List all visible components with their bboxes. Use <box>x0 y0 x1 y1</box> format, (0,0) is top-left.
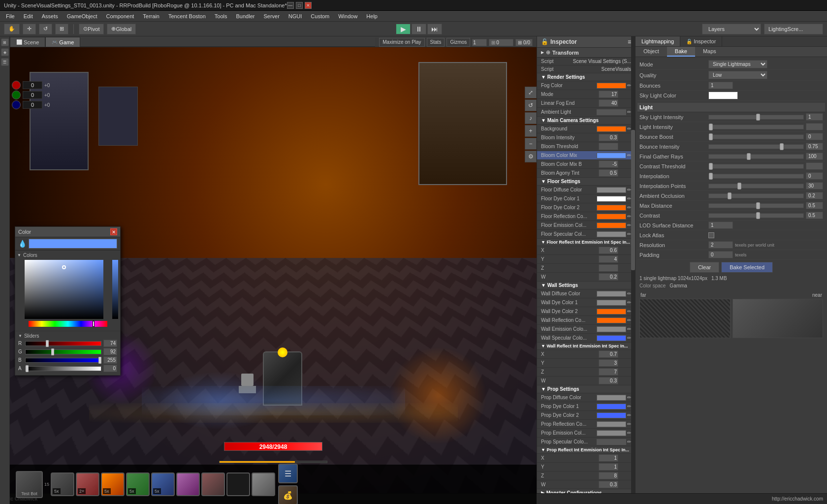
floor-reflection-swatch[interactable] <box>597 214 626 220</box>
wall-settings-header[interactable]: ▼ Wall Settings <box>537 282 635 289</box>
bounce-intensity-slider[interactable] <box>708 144 804 149</box>
res-input[interactable] <box>496 40 511 45</box>
inspector-tab-rp[interactable]: 🔓 Inspector <box>680 36 722 46</box>
cp-r-slider[interactable] <box>25 341 101 346</box>
global-button[interactable]: ⊕ Global <box>107 24 136 34</box>
bloom-color-mix-b-input[interactable] <box>599 160 618 168</box>
skill-portrait[interactable]: Test Bot <box>16 471 43 498</box>
scene-tab[interactable]: ⬜ Scene <box>10 37 45 47</box>
lightmapping-tab[interactable]: Lightmapping <box>636 36 680 46</box>
bounce-intensity-input[interactable] <box>806 143 823 150</box>
skill-5[interactable]: 5x <box>151 472 175 496</box>
cp-g-slider[interactable] <box>25 349 101 354</box>
floor-specular-swatch[interactable] <box>597 231 626 237</box>
bake-selected-button[interactable]: Bake Selected <box>721 262 773 273</box>
skill-7[interactable] <box>201 472 225 496</box>
prop-emission-swatch[interactable] <box>597 430 626 436</box>
prop-ry-input[interactable] <box>599 463 618 471</box>
quality-dropdown[interactable]: Low <box>708 71 767 79</box>
floor-dye1-swatch[interactable] <box>597 196 626 202</box>
sky-light-intensity-slider[interactable] <box>708 115 804 120</box>
linear-fog-end-input[interactable] <box>599 99 618 107</box>
mp-value[interactable] <box>23 91 42 99</box>
contrast-input[interactable] <box>806 212 823 219</box>
fog-color-swatch[interactable] <box>597 83 626 89</box>
orbit-icon[interactable]: ↺ <box>525 99 537 111</box>
pivot-button[interactable]: ⊙ Pivot <box>79 24 104 34</box>
menu-terrain[interactable]: Terrain <box>139 12 163 20</box>
light-intensity-input[interactable] <box>806 123 823 130</box>
prop-reflection-swatch[interactable] <box>597 421 626 427</box>
menu-gameobject[interactable]: GameObject <box>63 12 101 20</box>
menu-bundler[interactable]: Bundler <box>232 12 259 20</box>
hp-value[interactable] <box>23 81 42 89</box>
maps-tab[interactable]: Maps <box>695 47 724 57</box>
cp-gradient-box[interactable] <box>25 260 103 319</box>
transform-rotate-button[interactable]: ↺ <box>39 24 52 34</box>
camera-settings-header[interactable]: ▼ Main Camera Settings <box>537 117 635 125</box>
skill-9[interactable] <box>252 472 275 496</box>
background-swatch[interactable] <box>597 126 626 132</box>
bloom-threshold-input[interactable] <box>599 143 618 150</box>
bounce-boost-slider[interactable] <box>708 134 804 139</box>
floor-diffuse-swatch[interactable] <box>597 187 626 193</box>
wall-rx-input[interactable] <box>599 350 618 358</box>
floor-dye2-swatch[interactable] <box>597 205 626 211</box>
lock-atlas-checkbox[interactable] <box>708 232 714 238</box>
audio-icon[interactable]: ♪ <box>525 112 537 124</box>
transform-move-button[interactable]: ✛ <box>23 24 36 34</box>
play-button[interactable]: ▶ <box>396 24 411 34</box>
interpolation-points-slider[interactable] <box>708 184 804 189</box>
sidebar-icon-1[interactable]: ⊞ <box>1 38 9 46</box>
prop-rw-input[interactable] <box>599 481 618 488</box>
mode-dropdown[interactable]: Single Lightmaps <box>708 60 767 68</box>
ambient-occlusion-slider[interactable] <box>708 193 804 198</box>
floor-emission-swatch[interactable] <box>597 222 626 228</box>
max-distance-slider[interactable] <box>708 203 804 208</box>
menu-ngui[interactable]: NGUI <box>285 12 306 20</box>
bounce-boost-input[interactable] <box>806 133 823 140</box>
linear-fog-start-input[interactable] <box>599 91 618 98</box>
wall-ry-input[interactable] <box>599 359 618 367</box>
final-gather-rays-input[interactable] <box>806 153 823 160</box>
minimize-button[interactable]: — <box>287 2 294 9</box>
prop-specular-swatch[interactable] <box>597 439 626 445</box>
prop-rz-input[interactable] <box>599 472 618 479</box>
cp-hue-bar[interactable] <box>29 321 107 327</box>
menu-server[interactable]: Server <box>259 12 283 20</box>
cp-r-input[interactable] <box>103 340 117 347</box>
menu-tencent[interactable]: Tencent Boston <box>164 12 210 20</box>
game-tab[interactable]: 🎮 Game <box>45 37 80 47</box>
bloom-intensity-input[interactable] <box>599 134 618 141</box>
gizmos-button[interactable]: Gizmos <box>446 38 470 47</box>
floor-w-input[interactable] <box>599 273 618 281</box>
menu-custom[interactable]: Custom <box>307 12 333 20</box>
menu-window[interactable]: Window <box>334 12 361 20</box>
skill-6[interactable] <box>176 472 200 496</box>
bloom-agony-input[interactable] <box>599 169 618 177</box>
menu-edit[interactable]: Edit <box>20 12 37 20</box>
resolution-input[interactable] <box>708 241 733 249</box>
wall-reflect-header[interactable]: ▼ Wall Reflect Int Emmision Int Spec In.… <box>537 343 635 350</box>
interpolation-points-input[interactable] <box>806 182 823 189</box>
sidebar-icon-3[interactable]: ☰ <box>1 58 9 66</box>
light-intensity-slider[interactable] <box>708 125 804 129</box>
skill-2[interactable]: 2+ <box>76 472 99 496</box>
maximize-on-play-button[interactable]: Maximize on Play <box>379 38 424 47</box>
eyedropper-icon[interactable]: 💧 <box>18 240 27 248</box>
padding-input[interactable] <box>708 251 733 258</box>
inspector-scrollbar[interactable] <box>631 36 635 504</box>
max-distance-input[interactable] <box>806 202 823 209</box>
lod-surface-distance-input[interactable] <box>708 221 733 229</box>
skill-1[interactable]: 5x <box>51 472 74 496</box>
sidebar-icon-2[interactable]: ◈ <box>1 48 9 56</box>
bounces-input[interactable] <box>708 82 733 89</box>
interpolation-input[interactable] <box>806 172 823 180</box>
clear-button[interactable]: Clear <box>690 262 719 273</box>
wall-rw-input[interactable] <box>599 377 618 384</box>
floor-z-input[interactable] <box>599 264 618 272</box>
menu-tools[interactable]: Tools <box>211 12 231 20</box>
zoom-out-icon[interactable]: − <box>525 138 537 150</box>
contrast-threshold-input[interactable] <box>806 162 823 170</box>
inspector-menu-icon[interactable]: ≡ <box>628 38 631 45</box>
